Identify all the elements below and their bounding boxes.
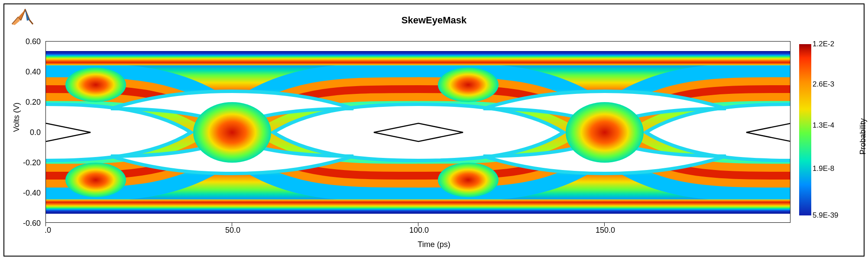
y-tick-label: 0.20: [6, 98, 41, 107]
svg-point-9: [65, 67, 126, 102]
svg-point-10: [65, 163, 126, 197]
colorbar: [799, 44, 811, 215]
y-tick-label: -0.20: [6, 158, 41, 167]
y-tick-label: -0.60: [6, 219, 41, 228]
colorbar-tick-label: 1.3E-4: [813, 121, 834, 130]
colorbar-tick-label: 1.9E-8: [813, 164, 834, 173]
colorbar-axis-label: Probability: [858, 118, 868, 154]
y-tick-label: 0.60: [6, 37, 41, 46]
y-axis-label: Volts (V): [12, 103, 21, 132]
colorbar-tick-label: 2.6E-3: [813, 80, 834, 89]
eye-diagram-heatmap: [45, 41, 790, 223]
plot-title: SkewEyeMask: [4, 15, 864, 26]
x-tick-label: .0: [45, 226, 51, 235]
svg-rect-6: [46, 199, 790, 212]
colorbar-tick-label: 1.2E-2: [813, 40, 834, 48]
svg-rect-5: [46, 52, 790, 65]
y-tick-label: -0.40: [6, 189, 41, 198]
x-tick-label: 50.0: [225, 226, 240, 235]
x-axis-label: Time (ps): [4, 240, 864, 249]
svg-point-11: [438, 67, 499, 102]
svg-point-7: [193, 102, 271, 163]
colorbar-tick-label: 5.9E-39: [813, 211, 839, 220]
x-tick-label: 100.0: [409, 226, 429, 235]
svg-rect-13: [799, 44, 811, 215]
svg-point-8: [566, 102, 644, 163]
figure-window: SkewEyeMask 0.60 0.40 0.20 0.0 -0.20 -0.…: [3, 3, 865, 257]
y-tick-label: 0.0: [6, 128, 41, 137]
y-tick-label: 0.40: [6, 67, 41, 77]
x-tick-label: 150.0: [596, 226, 615, 235]
svg-point-12: [438, 163, 499, 197]
heatmap-svg: [46, 42, 790, 223]
